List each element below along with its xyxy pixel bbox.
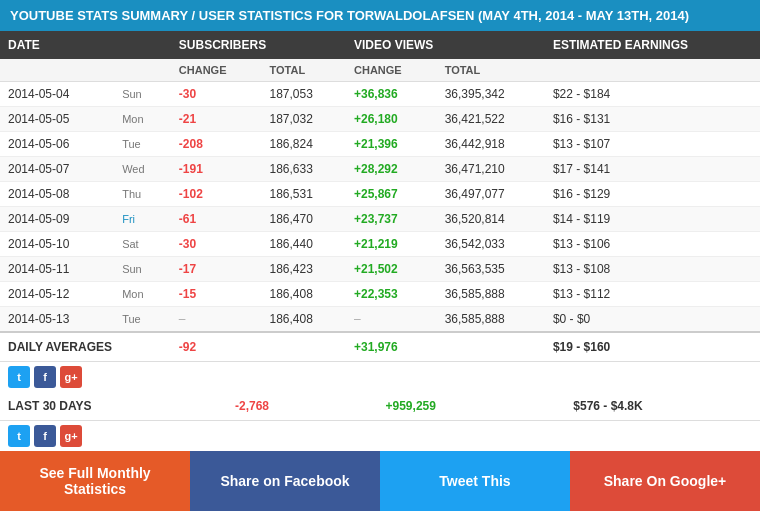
cell-sub-change: -191	[171, 157, 262, 182]
cell-earning: $22 - $184	[545, 82, 760, 107]
cell-day: Sun	[114, 257, 171, 282]
cell-sub-change: -17	[171, 257, 262, 282]
cell-view-total: 36,471,210	[437, 157, 545, 182]
cell-view-change: +21,219	[346, 232, 437, 257]
gplus-icon-daily[interactable]: g+	[60, 366, 82, 388]
cell-sub-total: 186,423	[261, 257, 346, 282]
cell-sub-total: 187,032	[261, 107, 346, 132]
last30-label: LAST 30 DAYS	[0, 392, 227, 421]
table-row: 2014-05-11 Sun -17 186,423 +21,502 36,56…	[0, 257, 760, 282]
cell-day: Wed	[114, 157, 171, 182]
table-row: 2014-05-10 Sat -30 186,440 +21,219 36,54…	[0, 232, 760, 257]
sub-th-view-change: CHANGE	[346, 59, 437, 82]
stats-table-container: DATE SUBSCRIBERS VIDEO VIEWS ESTIMATED E…	[0, 31, 760, 451]
sub-headers: CHANGE TOTAL CHANGE TOTAL	[0, 59, 760, 82]
cell-sub-total: 186,531	[261, 182, 346, 207]
cell-date: 2014-05-11	[0, 257, 114, 282]
facebook-button[interactable]: Share on Facebook	[190, 451, 380, 511]
cell-sub-change: -208	[171, 132, 262, 157]
header-title: YOUTUBE STATS SUMMARY / USER STATISTICS …	[10, 8, 689, 23]
table-row: 2014-05-06 Tue -208 186,824 +21,396 36,4…	[0, 132, 760, 157]
gplus-icon-last30[interactable]: g+	[60, 425, 82, 447]
cell-sub-total: 186,470	[261, 207, 346, 232]
sub-th-earning-blank	[545, 59, 760, 82]
cell-day: Tue	[114, 132, 171, 157]
cell-view-change: +28,292	[346, 157, 437, 182]
cell-earning: $16 - $131	[545, 107, 760, 132]
daily-avg-social-icons: t f g+	[0, 362, 760, 392]
cell-day: Sat	[114, 232, 171, 257]
daily-avg-sub-change: -92	[171, 332, 262, 362]
cell-sub-total: 186,824	[261, 132, 346, 157]
cell-view-change: +25,867	[346, 182, 437, 207]
daily-avg-row: DAILY AVERAGES -92 +31,976 $19 - $160	[0, 332, 760, 362]
cell-date: 2014-05-12	[0, 282, 114, 307]
cell-date: 2014-05-07	[0, 157, 114, 182]
cell-sub-total: 186,633	[261, 157, 346, 182]
cell-day: Mon	[114, 282, 171, 307]
th-subscribers: SUBSCRIBERS	[171, 31, 346, 59]
cell-earning: $13 - $107	[545, 132, 760, 157]
twitter-icon-last30[interactable]: t	[8, 425, 30, 447]
cell-sub-change: -61	[171, 207, 262, 232]
twitter-icon-daily[interactable]: t	[8, 366, 30, 388]
cell-view-change: +21,502	[346, 257, 437, 282]
cell-sub-total: 186,408	[261, 307, 346, 333]
cell-view-total: 36,497,077	[437, 182, 545, 207]
daily-avg-view-change: +31,976	[346, 332, 437, 362]
cell-earning: $13 - $106	[545, 232, 760, 257]
cell-sub-total: 186,440	[261, 232, 346, 257]
data-rows: 2014-05-04 Sun -30 187,053 +36,836 36,39…	[0, 82, 760, 333]
cell-view-total: 36,520,814	[437, 207, 545, 232]
sub-th-blank	[0, 59, 171, 82]
cell-view-change: +36,836	[346, 82, 437, 107]
summary-rows: DAILY AVERAGES -92 +31,976 $19 - $160	[0, 332, 760, 362]
cell-day: Fri	[114, 207, 171, 232]
table-row: 2014-05-04 Sun -30 187,053 +36,836 36,39…	[0, 82, 760, 107]
cell-day: Tue	[114, 307, 171, 333]
sub-th-sub-change: CHANGE	[171, 59, 262, 82]
daily-avg-earning: $19 - $160	[545, 332, 760, 362]
cell-view-change: +23,737	[346, 207, 437, 232]
table-row: 2014-05-05 Mon -21 187,032 +26,180 36,42…	[0, 107, 760, 132]
cell-view-total: 36,585,888	[437, 282, 545, 307]
cell-day: Mon	[114, 107, 171, 132]
facebook-icon-last30[interactable]: f	[34, 425, 56, 447]
cell-sub-change: -21	[171, 107, 262, 132]
last30-social-icons: t f g+	[0, 421, 760, 451]
cell-view-change: –	[346, 307, 437, 333]
th-video-views: VIDEO VIEWS	[346, 31, 545, 59]
sub-th-view-total: TOTAL	[437, 59, 545, 82]
cell-date: 2014-05-04	[0, 82, 114, 107]
cell-sub-change: -30	[171, 82, 262, 107]
cell-sub-change: -15	[171, 282, 262, 307]
cell-date: 2014-05-13	[0, 307, 114, 333]
cell-view-total: 36,442,918	[437, 132, 545, 157]
gplus-button[interactable]: Share On Google+	[570, 451, 760, 511]
col-headers: DATE SUBSCRIBERS VIDEO VIEWS ESTIMATED E…	[0, 31, 760, 59]
cell-view-total: 36,585,888	[437, 307, 545, 333]
cell-view-total: 36,421,522	[437, 107, 545, 132]
header: YOUTUBE STATS SUMMARY / USER STATISTICS …	[0, 0, 760, 31]
cell-earning: $16 - $129	[545, 182, 760, 207]
cell-view-total: 36,563,535	[437, 257, 545, 282]
sub-th-sub-total: TOTAL	[261, 59, 346, 82]
cell-view-total: 36,395,342	[437, 82, 545, 107]
monthly-button[interactable]: See Full Monthly Statistics	[0, 451, 190, 511]
last30-sub-change: -2,768	[227, 392, 341, 421]
cell-view-change: +22,353	[346, 282, 437, 307]
daily-avg-label: DAILY AVERAGES	[0, 332, 171, 362]
th-estimated-earnings: ESTIMATED EARNINGS	[545, 31, 760, 59]
cell-date: 2014-05-06	[0, 132, 114, 157]
twitter-button[interactable]: Tweet This	[380, 451, 570, 511]
cell-date: 2014-05-10	[0, 232, 114, 257]
last30-view-change: +959,259	[378, 392, 529, 421]
cell-earning: $17 - $141	[545, 157, 760, 182]
cell-sub-change: –	[171, 307, 262, 333]
table-row: 2014-05-13 Tue – 186,408 – 36,585,888 $0…	[0, 307, 760, 333]
facebook-icon-daily[interactable]: f	[34, 366, 56, 388]
table-row: 2014-05-07 Wed -191 186,633 +28,292 36,4…	[0, 157, 760, 182]
cell-view-total: 36,542,033	[437, 232, 545, 257]
cell-earning: $13 - $108	[545, 257, 760, 282]
cell-day: Thu	[114, 182, 171, 207]
